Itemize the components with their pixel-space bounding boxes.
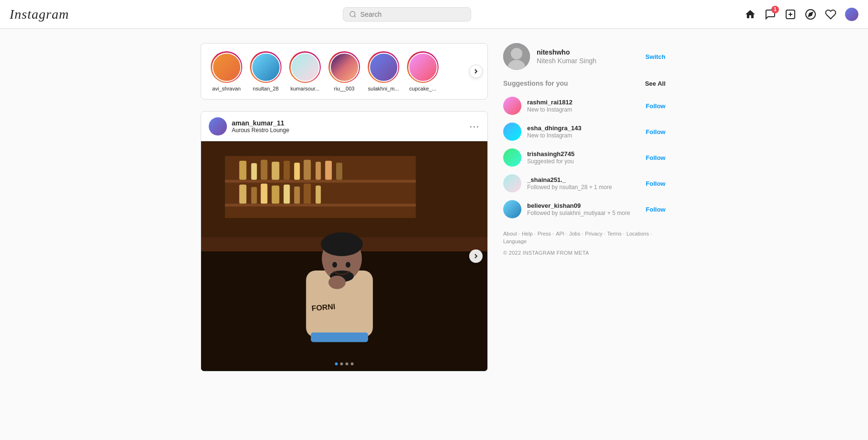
suggestion-left: trishasingh2745 Suggested for you [503, 148, 575, 167]
post-dot-4[interactable] [351, 362, 354, 365]
profile-avatar[interactable] [503, 43, 530, 70]
svg-rect-23 [251, 187, 257, 203]
footer-link[interactable]: Terms [607, 231, 624, 237]
post-user[interactable]: aman_kumar_11 Aurous Restro Lounge [209, 117, 289, 135]
svg-point-0 [350, 11, 355, 17]
story-avatar [291, 53, 320, 82]
footer-link[interactable]: Jobs [569, 231, 583, 237]
story-avatar-ring [289, 51, 321, 83]
svg-point-34 [321, 232, 363, 256]
post-user-avatar [209, 117, 227, 135]
footer-links: AboutHelpPressAPIJobsPrivacyTermsLocatio… [503, 231, 665, 244]
suggestions-header: Suggestions for you See All [501, 79, 667, 87]
story-item[interactable]: nsultan_28 [250, 51, 282, 91]
follow-button[interactable]: Follow [646, 154, 665, 161]
switch-account-button[interactable]: Switch [645, 53, 665, 60]
post-user-info: aman_kumar_11 Aurous Restro Lounge [232, 119, 289, 134]
svg-rect-17 [294, 163, 300, 180]
post-container: aman_kumar_11 Aurous Restro Lounge ··· [201, 111, 488, 372]
follow-button[interactable]: Follow [646, 180, 665, 187]
story-username: cupcake_... [409, 86, 436, 91]
footer-link[interactable]: Language [503, 238, 527, 244]
follow-button[interactable]: Follow [646, 128, 665, 135]
story-avatar [408, 53, 438, 82]
svg-rect-16 [283, 161, 290, 180]
story-avatar [369, 53, 398, 82]
footer-link[interactable]: Help [522, 231, 536, 237]
see-all-button[interactable]: See All [645, 80, 665, 87]
post-dot-2[interactable] [340, 362, 343, 365]
svg-rect-29 [316, 185, 321, 203]
suggestion-avatar[interactable] [503, 200, 521, 218]
notification-badge: 1 [771, 6, 779, 13]
svg-rect-19 [316, 162, 321, 180]
footer-link[interactable]: API [556, 231, 567, 237]
feed-column: avi_shravan nsultan_28 kumarsour... riu_… [201, 43, 488, 372]
post-more-button[interactable]: ··· [470, 122, 480, 132]
svg-rect-28 [304, 184, 311, 204]
story-item[interactable]: kumarsour... [289, 51, 321, 91]
suggestion-item: trishasingh2745 Suggested for you Follow [501, 146, 667, 169]
suggestions-list: rashmi_rai1812 New to Instagram Follow e… [501, 94, 667, 221]
story-item[interactable]: riu__003 [328, 51, 360, 91]
profile-username: niteshwho [537, 48, 597, 56]
search-input[interactable] [361, 11, 465, 18]
search-bar[interactable] [343, 7, 471, 22]
suggestion-text: rashmi_rai1812 New to Instagram [527, 99, 573, 113]
story-item[interactable]: avi_shravan [211, 51, 242, 91]
likes-icon[interactable] [825, 9, 836, 20]
suggestion-left: esha_dhingra_143 New to Instagram [503, 123, 581, 141]
story-avatar-ring [407, 51, 439, 83]
story-username: riu__003 [334, 86, 355, 91]
messages-icon[interactable]: 1 [765, 9, 776, 20]
svg-marker-6 [809, 12, 812, 16]
stories-container: avi_shravan nsultan_28 kumarsour... riu_… [201, 43, 488, 100]
post-dot-3[interactable] [346, 362, 349, 365]
suggestion-text: believer_kishan09 Followed by sulakhni_m… [527, 202, 630, 216]
suggestion-text: _shaina251._ Followed by nsultan_28 + 1 … [527, 176, 612, 191]
suggestion-item: esha_dhingra_143 New to Instagram Follow [501, 120, 667, 144]
suggestion-username: esha_dhingra_143 [527, 124, 581, 132]
suggestions-title: Suggestions for you [503, 79, 568, 87]
story-avatar [330, 53, 359, 82]
svg-rect-11 [225, 203, 416, 206]
svg-rect-24 [261, 184, 268, 204]
svg-rect-10 [225, 180, 416, 183]
stories-next-button[interactable] [469, 65, 483, 78]
suggestion-avatar[interactable] [503, 174, 521, 192]
follow-button[interactable]: Follow [646, 102, 665, 110]
profile-avatar-nav[interactable] [845, 8, 858, 21]
suggestion-username: _shaina251._ [527, 176, 612, 183]
right-sidebar: niteshwho Nitesh Kumar Singh Switch Sugg… [501, 43, 667, 256]
suggestion-username: believer_kishan09 [527, 202, 630, 209]
home-icon[interactable] [744, 9, 756, 20]
post-header: aman_kumar_11 Aurous Restro Lounge ··· [201, 112, 487, 141]
post-image: FORNI [201, 141, 487, 371]
svg-rect-20 [325, 161, 332, 180]
follow-button[interactable]: Follow [646, 206, 665, 213]
post-image-next-button[interactable] [469, 249, 483, 263]
suggestion-avatar[interactable] [503, 148, 521, 167]
footer-link[interactable]: About [503, 231, 520, 237]
explore-icon[interactable] [805, 9, 816, 20]
footer-link[interactable]: Locations [626, 231, 652, 237]
footer-link[interactable]: Privacy [585, 231, 605, 237]
story-avatar [251, 53, 281, 82]
footer-link[interactable]: Press [538, 231, 554, 237]
suggestion-avatar[interactable] [503, 97, 521, 115]
suggestion-item: believer_kishan09 Followed by sulakhni_m… [501, 197, 667, 221]
svg-rect-14 [261, 160, 268, 180]
story-item[interactable]: sulakhni_m... [368, 51, 399, 91]
post-dot-1[interactable] [335, 362, 338, 365]
create-icon[interactable] [785, 9, 796, 20]
story-item[interactable]: cupcake_... [407, 51, 439, 91]
svg-point-39 [346, 262, 350, 268]
profile-fullname: Nitesh Kumar Singh [537, 57, 597, 65]
suggestion-avatar[interactable] [503, 123, 521, 141]
instagram-logo: Instagram [10, 7, 69, 22]
story-username: kumarsour... [291, 86, 320, 91]
svg-rect-25 [272, 185, 280, 203]
suggestion-item: _shaina251._ Followed by nsultan_28 + 1 … [501, 171, 667, 195]
svg-line-1 [354, 16, 356, 17]
profile-info: niteshwho Nitesh Kumar Singh [503, 43, 597, 70]
